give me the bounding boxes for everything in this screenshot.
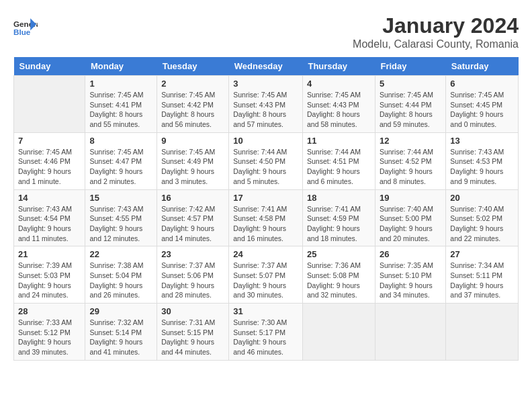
calendar-cell: 17Sunrise: 7:41 AM Sunset: 4:58 PM Dayli… [229, 189, 303, 246]
day-number: 12 [380, 136, 441, 146]
day-info: Sunrise: 7:40 AM Sunset: 5:00 PM Dayligh… [380, 204, 441, 244]
day-number: 3 [233, 79, 298, 89]
day-number: 25 [307, 249, 371, 259]
calendar-cell: 7Sunrise: 7:45 AM Sunset: 4:46 PM Daylig… [14, 132, 85, 189]
day-info: Sunrise: 7:44 AM Sunset: 4:50 PM Dayligh… [233, 147, 298, 187]
calendar-table: SundayMondayTuesdayWednesdayThursdayFrid… [13, 57, 519, 361]
day-info: Sunrise: 7:42 AM Sunset: 4:57 PM Dayligh… [161, 204, 224, 244]
weekday-header-cell: Monday [85, 57, 157, 76]
day-number: 29 [89, 306, 152, 316]
calendar-body: 1Sunrise: 7:45 AM Sunset: 4:41 PM Daylig… [14, 76, 519, 361]
day-info: Sunrise: 7:33 AM Sunset: 5:12 PM Dayligh… [18, 318, 81, 357]
calendar-cell: 29Sunrise: 7:32 AM Sunset: 5:14 PM Dayli… [85, 304, 157, 361]
calendar-cell: 25Sunrise: 7:36 AM Sunset: 5:08 PM Dayli… [302, 246, 375, 304]
calendar-cell: 16Sunrise: 7:42 AM Sunset: 4:57 PM Dayli… [157, 189, 229, 246]
day-info: Sunrise: 7:30 AM Sunset: 5:17 PM Dayligh… [233, 318, 298, 357]
calendar-cell: 23Sunrise: 7:37 AM Sunset: 5:06 PM Dayli… [157, 246, 229, 304]
calendar-week-row: 28Sunrise: 7:33 AM Sunset: 5:12 PM Dayli… [14, 304, 519, 361]
day-number: 30 [161, 306, 224, 316]
day-number: 6 [450, 79, 514, 89]
day-number: 24 [233, 249, 298, 259]
logo: General Blue [13, 13, 38, 38]
calendar-cell: 24Sunrise: 7:37 AM Sunset: 5:07 PM Dayli… [229, 246, 303, 304]
calendar-cell: 22Sunrise: 7:38 AM Sunset: 5:04 PM Dayli… [85, 246, 157, 304]
weekday-header-cell: Sunday [14, 57, 85, 76]
day-info: Sunrise: 7:45 AM Sunset: 4:45 PM Dayligh… [450, 90, 514, 130]
day-number: 19 [380, 193, 441, 203]
day-info: Sunrise: 7:34 AM Sunset: 5:11 PM Dayligh… [450, 261, 514, 300]
calendar-week-row: 7Sunrise: 7:45 AM Sunset: 4:46 PM Daylig… [14, 132, 519, 189]
calendar-cell: 5Sunrise: 7:45 AM Sunset: 4:44 PM Daylig… [375, 76, 445, 133]
calendar-cell: 13Sunrise: 7:43 AM Sunset: 4:53 PM Dayli… [446, 132, 519, 189]
calendar-cell: 8Sunrise: 7:45 AM Sunset: 4:47 PM Daylig… [85, 132, 157, 189]
day-info: Sunrise: 7:35 AM Sunset: 5:10 PM Dayligh… [380, 261, 441, 300]
calendar-cell: 4Sunrise: 7:45 AM Sunset: 4:43 PM Daylig… [302, 76, 375, 133]
day-info: Sunrise: 7:39 AM Sunset: 5:03 PM Dayligh… [18, 261, 81, 300]
calendar-week-row: 1Sunrise: 7:45 AM Sunset: 4:41 PM Daylig… [14, 76, 519, 133]
calendar-cell: 27Sunrise: 7:34 AM Sunset: 5:11 PM Dayli… [446, 246, 519, 304]
day-info: Sunrise: 7:43 AM Sunset: 4:55 PM Dayligh… [89, 204, 152, 244]
day-info: Sunrise: 7:37 AM Sunset: 5:06 PM Dayligh… [161, 261, 224, 300]
calendar-cell: 28Sunrise: 7:33 AM Sunset: 5:12 PM Dayli… [14, 304, 85, 361]
weekday-header-row: SundayMondayTuesdayWednesdayThursdayFrid… [14, 57, 519, 76]
calendar-cell: 2Sunrise: 7:45 AM Sunset: 4:42 PM Daylig… [157, 76, 229, 133]
calendar-cell: 12Sunrise: 7:44 AM Sunset: 4:52 PM Dayli… [375, 132, 445, 189]
day-info: Sunrise: 7:38 AM Sunset: 5:04 PM Dayligh… [89, 261, 152, 300]
day-info: Sunrise: 7:44 AM Sunset: 4:52 PM Dayligh… [380, 147, 441, 187]
weekday-header-cell: Friday [375, 57, 445, 76]
day-number: 16 [161, 193, 224, 203]
day-number: 21 [18, 249, 81, 259]
day-number: 13 [450, 136, 514, 146]
day-info: Sunrise: 7:43 AM Sunset: 4:54 PM Dayligh… [18, 204, 81, 244]
day-number: 27 [450, 249, 514, 259]
day-info: Sunrise: 7:45 AM Sunset: 4:42 PM Dayligh… [161, 90, 224, 130]
day-number: 23 [161, 249, 224, 259]
page-title: January 2024 [353, 13, 519, 38]
day-info: Sunrise: 7:36 AM Sunset: 5:08 PM Dayligh… [307, 261, 371, 300]
day-info: Sunrise: 7:45 AM Sunset: 4:43 PM Dayligh… [307, 90, 371, 130]
day-info: Sunrise: 7:32 AM Sunset: 5:14 PM Dayligh… [89, 318, 152, 357]
logo-icon: General Blue [13, 13, 38, 38]
calendar-cell: 19Sunrise: 7:40 AM Sunset: 5:00 PM Dayli… [375, 189, 445, 246]
day-number: 22 [89, 249, 152, 259]
calendar-cell: 26Sunrise: 7:35 AM Sunset: 5:10 PM Dayli… [375, 246, 445, 304]
day-number: 14 [18, 193, 81, 203]
day-number: 5 [380, 79, 441, 89]
day-info: Sunrise: 7:31 AM Sunset: 5:15 PM Dayligh… [161, 318, 224, 357]
day-number: 9 [161, 136, 224, 146]
day-number: 2 [161, 79, 224, 89]
day-info: Sunrise: 7:45 AM Sunset: 4:44 PM Dayligh… [380, 90, 441, 130]
day-number: 17 [233, 193, 298, 203]
day-info: Sunrise: 7:45 AM Sunset: 4:47 PM Dayligh… [89, 147, 152, 187]
calendar-cell [302, 304, 375, 361]
day-info: Sunrise: 7:45 AM Sunset: 4:43 PM Dayligh… [233, 90, 298, 130]
weekday-header-cell: Saturday [446, 57, 519, 76]
weekday-header-cell: Wednesday [229, 57, 303, 76]
page-subtitle: Modelu, Calarasi County, Romania [353, 38, 519, 50]
calendar-cell: 10Sunrise: 7:44 AM Sunset: 4:50 PM Dayli… [229, 132, 303, 189]
calendar-cell: 6Sunrise: 7:45 AM Sunset: 4:45 PM Daylig… [446, 76, 519, 133]
calendar-cell: 31Sunrise: 7:30 AM Sunset: 5:17 PM Dayli… [229, 304, 303, 361]
day-number: 4 [307, 79, 371, 89]
day-number: 8 [89, 136, 152, 146]
day-info: Sunrise: 7:43 AM Sunset: 4:53 PM Dayligh… [450, 147, 514, 187]
calendar-cell: 14Sunrise: 7:43 AM Sunset: 4:54 PM Dayli… [14, 189, 85, 246]
calendar-cell: 11Sunrise: 7:44 AM Sunset: 4:51 PM Dayli… [302, 132, 375, 189]
calendar-cell [14, 76, 85, 133]
day-number: 18 [307, 193, 371, 203]
title-block: January 2024 Modelu, Calarasi County, Ro… [353, 13, 519, 50]
day-number: 10 [233, 136, 298, 146]
day-info: Sunrise: 7:44 AM Sunset: 4:51 PM Dayligh… [307, 147, 371, 187]
day-number: 7 [18, 136, 81, 146]
calendar-cell: 30Sunrise: 7:31 AM Sunset: 5:15 PM Dayli… [157, 304, 229, 361]
day-info: Sunrise: 7:41 AM Sunset: 4:58 PM Dayligh… [233, 204, 298, 244]
calendar-cell: 1Sunrise: 7:45 AM Sunset: 4:41 PM Daylig… [85, 76, 157, 133]
day-number: 15 [89, 193, 152, 203]
day-number: 20 [450, 193, 514, 203]
day-number: 11 [307, 136, 371, 146]
calendar-cell: 9Sunrise: 7:45 AM Sunset: 4:49 PM Daylig… [157, 132, 229, 189]
day-info: Sunrise: 7:45 AM Sunset: 4:49 PM Dayligh… [161, 147, 224, 187]
page-header: General Blue January 2024 Modelu, Calara… [13, 13, 519, 50]
weekday-header-cell: Thursday [302, 57, 375, 76]
calendar-cell: 15Sunrise: 7:43 AM Sunset: 4:55 PM Dayli… [85, 189, 157, 246]
